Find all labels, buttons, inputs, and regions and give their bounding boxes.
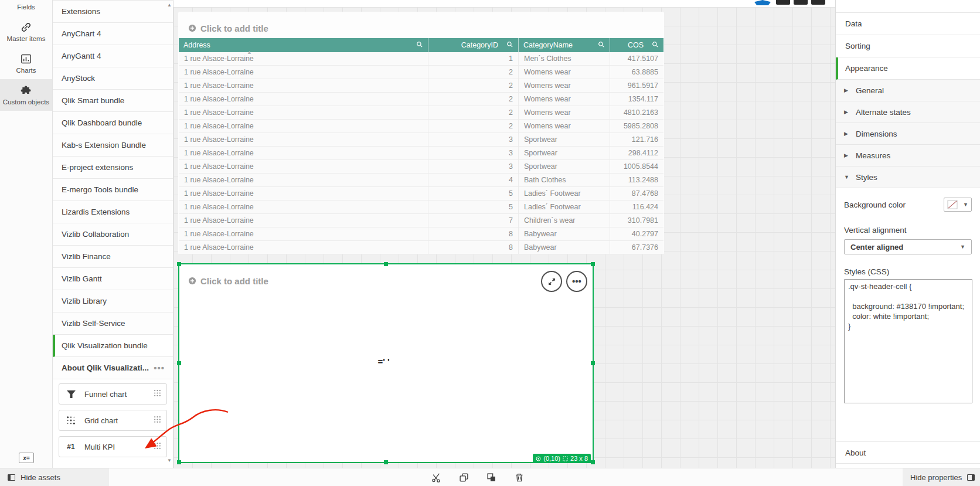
assets-item[interactable]: E-project extensions: [53, 157, 173, 179]
resize-handle[interactable]: [384, 460, 388, 464]
table-row[interactable]: 1 rue Alsace-Lorraine2Womens wear1354.11…: [179, 93, 663, 106]
accordion-general[interactable]: ▶General: [836, 80, 980, 101]
search-icon[interactable]: [598, 41, 605, 48]
scroll-down-icon[interactable]: ▼: [166, 458, 172, 463]
accordion-styles[interactable]: ▼Styles: [836, 166, 980, 188]
ellipsis-icon: •••: [572, 278, 581, 284]
rail-item-master-items[interactable]: Master items: [0, 16, 52, 47]
assets-item[interactable]: Vizlib Gantt: [53, 268, 173, 290]
copy-button[interactable]: [459, 473, 469, 485]
assets-item[interactable]: About Qlik Visualizati...•••: [53, 357, 173, 379]
column-header-address[interactable]: Address: [179, 38, 428, 52]
table-row[interactable]: 1 rue Alsace-Lorraine2Womens wear961.591…: [179, 79, 663, 93]
assets-item[interactable]: E-mergo Tools bundle: [53, 179, 173, 201]
table-row[interactable]: 1 rue Alsace-Lorraine2Womens wear4810.21…: [179, 106, 663, 120]
selected-object[interactable]: Click to add title ••• =' ' (0,10): [178, 263, 594, 463]
assets-item[interactable]: Vizlib Collaboration: [53, 223, 173, 246]
table-row[interactable]: 1 rue Alsace-Lorraine4Bath Clothes113.24…: [179, 174, 663, 187]
accordion-measures[interactable]: ▶Measures: [836, 145, 980, 166]
variables-button[interactable]: x=: [19, 453, 34, 463]
caret-down-icon: ▼: [844, 174, 849, 180]
paste-button[interactable]: [486, 473, 496, 485]
chevron-down-icon: ▼: [963, 202, 968, 208]
hide-assets-button[interactable]: Hide assets: [0, 468, 109, 486]
table-row[interactable]: 1 rue Alsace-Lorraine8Babywear40.2797: [179, 227, 663, 241]
drag-handle-icon[interactable]: [154, 416, 161, 423]
assets-item[interactable]: Lizardis Extensions: [53, 201, 173, 223]
cut-button[interactable]: [431, 473, 441, 485]
resize-handle[interactable]: [177, 361, 181, 365]
toolbar-button-remnant[interactable]: [776, 0, 790, 5]
rail-item-custom-objects[interactable]: Custom objects: [0, 79, 52, 111]
properties-panel-top: [836, 0, 980, 13]
drag-handle-icon[interactable]: [154, 389, 161, 397]
accordion-alternate-states[interactable]: ▶Alternate states: [836, 101, 980, 123]
assets-item[interactable]: Vizlib Finance: [53, 246, 173, 268]
resize-handle[interactable]: [591, 262, 595, 266]
rail-item-fields[interactable]: Fields: [0, 0, 52, 16]
table-row[interactable]: 1 rue Alsace-Lorraine3Sportwear1005.8544: [179, 160, 663, 174]
column-header-categoryname[interactable]: CategoryName: [519, 38, 610, 52]
table-row[interactable]: 1 rue Alsace-Lorraine5Ladies´ Footwear11…: [179, 200, 663, 214]
table-row[interactable]: 1 rue Alsace-Lorraine2Womens wear5985.28…: [179, 120, 663, 133]
table-cell: 1 rue Alsace-Lorraine: [179, 241, 428, 254]
delete-button[interactable]: [515, 473, 524, 485]
resize-handle[interactable]: [177, 262, 181, 266]
assets-item[interactable]: Qlik Visualization bundle: [53, 335, 173, 357]
assets-item[interactable]: Vizlib Library: [53, 290, 173, 312]
search-icon[interactable]: [416, 41, 423, 48]
resize-handle[interactable]: [591, 361, 595, 365]
properties-sections: DataSortingAppearance: [836, 13, 980, 80]
assets-item[interactable]: Extensions: [53, 1, 173, 23]
more-menu-icon[interactable]: •••: [154, 363, 165, 373]
column-header-cos[interactable]: COS: [610, 38, 663, 52]
column-header-categoryid[interactable]: CategoryID: [428, 38, 519, 52]
vertical-alignment-select[interactable]: Center aligned ▼: [844, 239, 972, 254]
assets-item[interactable]: AnyChart 4: [53, 23, 173, 45]
table-row[interactable]: 1 rue Alsace-Lorraine8Babywear67.7376: [179, 241, 663, 254]
chart-item-grid-chart[interactable]: Grid chart: [59, 410, 167, 431]
resize-handle[interactable]: [177, 460, 181, 464]
scroll-up-icon[interactable]: ▲: [166, 2, 172, 8]
assets-item[interactable]: Vizlib Self-Service: [53, 312, 173, 335]
background-color-picker[interactable]: ▼: [944, 198, 972, 212]
resize-handle[interactable]: [384, 262, 388, 266]
table-row[interactable]: 1 rue Alsace-Lorraine2Womens wear63.8885: [179, 66, 663, 79]
search-icon[interactable]: [652, 41, 659, 48]
accordion-dimensions[interactable]: ▶Dimensions: [836, 123, 980, 145]
props-section-data[interactable]: Data: [836, 13, 980, 35]
assets-item[interactable]: Qlik Dashboard bundle: [53, 112, 173, 134]
straight-table-object[interactable]: Click to add title AddressCategoryIDCate…: [178, 12, 664, 254]
table-title-placeholder[interactable]: Click to add title: [178, 12, 664, 38]
props-section-appearance[interactable]: Appearance: [836, 57, 980, 80]
toolbar-button-remnant[interactable]: [794, 0, 808, 5]
rail-item-charts[interactable]: Charts: [0, 47, 52, 79]
drag-handle[interactable]: [154, 389, 161, 399]
about-section[interactable]: About: [836, 441, 980, 464]
assets-item[interactable]: Qlik Smart bundle: [53, 90, 173, 112]
table-row[interactable]: 1 rue Alsace-Lorraine7Children´s wear310…: [179, 214, 663, 227]
object-title-placeholder[interactable]: Click to add title: [179, 264, 593, 290]
more-options-button[interactable]: •••: [566, 271, 587, 292]
table-row[interactable]: 1 rue Alsace-Lorraine5Ladies´ Footwear87…: [179, 187, 663, 200]
assets-item[interactable]: AnyGantt 4: [53, 45, 173, 67]
search-icon[interactable]: [506, 41, 513, 48]
hide-properties-button[interactable]: Hide properties: [903, 468, 980, 486]
drag-handle[interactable]: [154, 441, 161, 452]
assets-item[interactable]: Kab-s Extension Bundle: [53, 134, 173, 157]
drag-handle[interactable]: [154, 415, 161, 426]
chart-item-funnel-chart[interactable]: Funnel chart: [59, 383, 167, 405]
assets-scrollbar[interactable]: ▲ ▼: [166, 1, 173, 468]
assets-item[interactable]: AnyStock: [53, 67, 173, 90]
bar-chart-icon: [1, 53, 51, 64]
table-row[interactable]: 1 rue Alsace-Lorraine3Sportwear121.716: [179, 133, 663, 147]
chart-item-multi-kpi[interactable]: #1Multi KPI: [59, 436, 167, 457]
column-header-label: CategoryID: [461, 41, 498, 49]
styles-css-textarea[interactable]: .qv-st-header-cell { background: #138170…: [844, 279, 972, 403]
toolbar-button-remnant[interactable]: [811, 0, 825, 5]
fullscreen-button[interactable]: [541, 271, 562, 292]
table-row[interactable]: 1 rue Alsace-Lorraine3Sportwear298.4112: [179, 147, 663, 160]
props-section-sorting[interactable]: Sorting: [836, 35, 980, 57]
drag-handle-icon[interactable]: [154, 442, 161, 450]
resize-handle[interactable]: [591, 460, 595, 464]
